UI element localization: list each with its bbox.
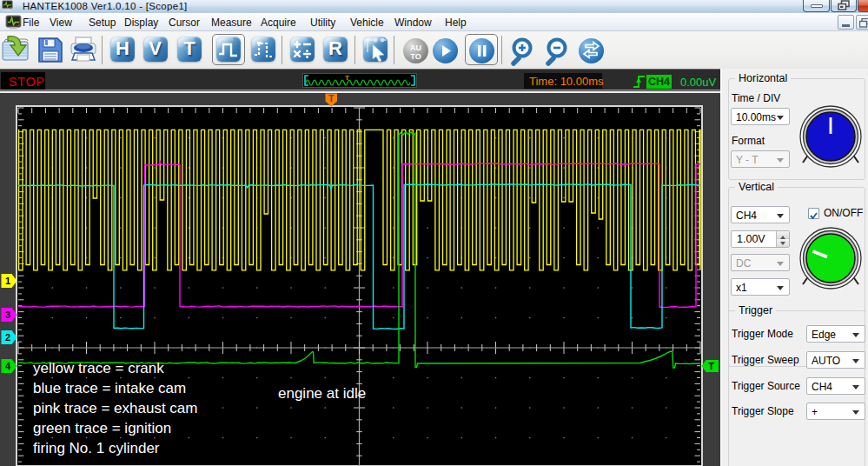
svg-text:T: T — [345, 74, 349, 82]
svg-text:yellow trace = crank: yellow trace = crank — [33, 360, 164, 376]
svg-text:2: 2 — [5, 332, 10, 343]
svg-text:pink trace = exhaust cam: pink trace = exhaust cam — [33, 400, 197, 416]
svg-text:T: T — [328, 94, 334, 103]
svg-text:engine at idle: engine at idle — [278, 385, 366, 402]
svg-text:green trace = ignition: green trace = ignition — [33, 420, 171, 436]
svg-text:1: 1 — [5, 276, 10, 286]
svg-text:firing No. 1 cylinder: firing No. 1 cylinder — [33, 440, 160, 456]
svg-text:4: 4 — [5, 361, 11, 371]
svg-text:3: 3 — [5, 310, 10, 320]
svg-text:T: T — [708, 361, 714, 371]
svg-text:blue trace = intake cam: blue trace = intake cam — [33, 380, 186, 396]
